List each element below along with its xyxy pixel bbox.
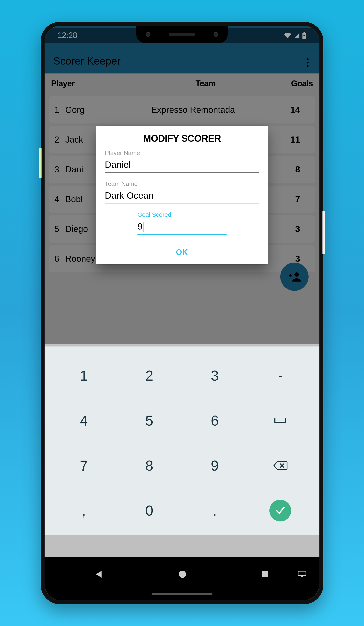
svg-rect-2: [262, 571, 268, 577]
key-8[interactable]: 8: [117, 443, 182, 488]
key-0[interactable]: 0: [117, 488, 182, 533]
sensor-icon: [213, 32, 218, 37]
android-nav-bar: [44, 557, 320, 600]
phone-side-button-left: [39, 148, 41, 178]
nav-handle: [152, 593, 212, 595]
text-caret: [143, 222, 144, 232]
team-name-input[interactable]: [105, 190, 259, 203]
key-2[interactable]: 2: [117, 353, 182, 398]
modify-scorer-dialog: Modify Scorer Player Name Team Name Goal…: [96, 126, 268, 264]
back-button[interactable]: [94, 569, 104, 579]
goal-scored-input[interactable]: 9: [137, 221, 142, 232]
keyboard-hide-icon[interactable]: [298, 571, 306, 578]
phone-side-button-right: [323, 211, 325, 254]
check-icon: [275, 506, 286, 515]
goal-scored-field[interactable]: Goal Scored 9: [137, 211, 227, 235]
key-enter[interactable]: [247, 488, 313, 533]
speaker-grille: [169, 33, 195, 36]
team-name-field[interactable]: Team Name: [105, 180, 259, 203]
key-6[interactable]: 6: [182, 398, 247, 443]
key-5[interactable]: 5: [117, 398, 182, 443]
svg-point-1: [179, 571, 186, 578]
dialog-title: Modify Scorer: [105, 133, 259, 144]
player-name-input[interactable]: [105, 159, 259, 173]
phone-frame: Scorer Keeper 12:28 Player Team Goals: [41, 22, 323, 604]
key-comma[interactable]: ,: [51, 488, 117, 533]
key-4[interactable]: 4: [51, 398, 117, 443]
key-1[interactable]: 1: [51, 353, 117, 398]
key-7[interactable]: 7: [51, 443, 117, 488]
phone-inner: Scorer Keeper 12:28 Player Team Goals: [44, 26, 320, 600]
home-button[interactable]: [178, 569, 187, 579]
goal-scored-label: Goal Scored: [137, 211, 227, 218]
key-space[interactable]: [247, 398, 313, 443]
key-9[interactable]: 9: [182, 443, 247, 488]
key-3[interactable]: 3: [182, 353, 247, 398]
front-camera-icon: [146, 32, 151, 37]
team-name-label: Team Name: [105, 180, 259, 187]
screen: Scorer Keeper 12:28 Player Team Goals: [44, 26, 320, 600]
key-dot[interactable]: .: [182, 488, 247, 533]
key-backspace[interactable]: [247, 443, 313, 488]
key-dash[interactable]: -: [247, 353, 313, 398]
player-name-label: Player Name: [105, 150, 259, 156]
phone-notch: [136, 26, 228, 43]
space-icon: [274, 417, 287, 424]
backspace-icon: [273, 461, 287, 470]
player-name-field[interactable]: Player Name: [105, 150, 259, 173]
svg-rect-3: [298, 571, 306, 576]
ok-button[interactable]: OK: [105, 241, 259, 259]
recents-button[interactable]: [261, 570, 270, 579]
numeric-keyboard: 1 2 3 - 4 5 6 7 8 9 , 0 .: [44, 347, 320, 535]
